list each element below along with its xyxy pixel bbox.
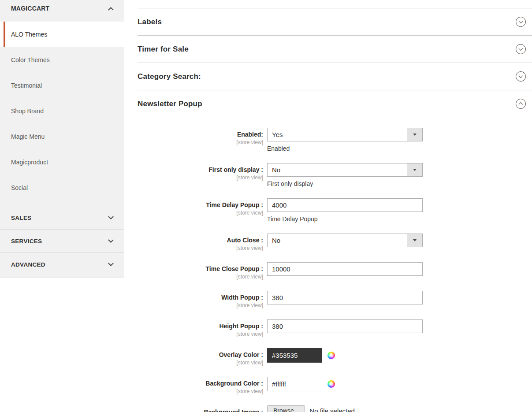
scope-label: [store view]	[138, 210, 263, 216]
sidebar-item-list: ALO Themes Color Themes Testimonial Shop…	[0, 17, 124, 206]
section-header-timer-for-sale[interactable]: Timer for Sale	[138, 35, 532, 63]
form-row-auto-close: Auto Close : [store view] No	[138, 234, 532, 251]
color-picker-icon[interactable]	[327, 380, 335, 388]
field-label: Enabled:	[138, 131, 263, 138]
nav-item-label: ALO Themes	[11, 31, 47, 38]
sidebar-section-label: MAGICCART	[11, 5, 49, 12]
sidebar-item-social[interactable]: Social	[0, 175, 124, 200]
field-label: Height Popup :	[138, 323, 263, 330]
auto-close-select[interactable]: No	[267, 234, 423, 247]
field-note: First only display	[267, 180, 423, 187]
section-title: Labels	[138, 18, 162, 26]
caret-down-icon	[413, 134, 417, 136]
form-row-overlay-color: Overlay Color : [store view]	[138, 348, 532, 366]
scope-label: [store view]	[138, 360, 263, 366]
sidebar-section-advanced[interactable]: ADVANCED	[0, 252, 124, 276]
field-label: Width Popup :	[138, 294, 263, 301]
background-color-input[interactable]	[267, 377, 322, 391]
section-title: Newsletter Popup	[138, 100, 202, 108]
sidebar-section-services[interactable]: SERVICES	[0, 229, 124, 252]
sidebar-item-color-themes[interactable]: Color Themes	[0, 47, 124, 73]
time-delay-popup-input[interactable]	[267, 198, 423, 212]
enabled-select[interactable]: Yes	[267, 128, 423, 141]
field-label: Auto Close :	[138, 237, 263, 244]
sidebar-item-shop-brand[interactable]: Shop Brand	[0, 98, 124, 124]
nav-item-label: Magic Menu	[11, 133, 45, 140]
select-dropdown-button[interactable]	[407, 163, 422, 176]
nav-item-label: Social	[11, 184, 28, 191]
caret-down-icon	[413, 169, 417, 171]
nav-item-label: Testimonial	[11, 82, 42, 89]
form-row-background-image: Background Image : [store view] Browse..…	[138, 405, 532, 412]
field-note: Enabled	[267, 145, 423, 152]
browse-button[interactable]: Browse...	[267, 405, 305, 412]
section-title: Timer for Sale	[138, 45, 189, 54]
scope-label: [store view]	[138, 139, 263, 145]
section-header-newsletter-popup[interactable]: Newsletter Popup	[138, 90, 532, 117]
chevron-up-icon	[108, 7, 114, 12]
select-dropdown-button[interactable]	[407, 234, 422, 247]
field-label: First only display :	[138, 166, 263, 174]
sidebar-section-magiccart[interactable]: MAGICCART	[0, 0, 124, 17]
nav-item-label: Color Themes	[11, 56, 50, 63]
caret-down-icon	[413, 239, 417, 241]
form-row-width-popup: Width Popup : [store view]	[138, 291, 532, 308]
sidebar-item-magicproduct[interactable]: Magicproduct	[0, 149, 124, 175]
select-value: No	[268, 163, 407, 176]
field-label: Time Delay Popup :	[138, 201, 263, 209]
config-nav-sidebar: MAGICCART ALO Themes Color Themes Testim…	[0, 0, 124, 278]
scope-label: [store view]	[138, 331, 263, 337]
field-note: Time Delay Popup	[267, 215, 423, 223]
chevron-down-icon	[108, 214, 114, 219]
sidebar-section-label: SALES	[11, 215, 32, 221]
nav-item-label: Magicproduct	[11, 159, 48, 166]
section-title: Category Search:	[138, 72, 201, 81]
config-content: Labels Timer for Sale Category Search: N…	[124, 0, 532, 412]
sidebar-item-alo-themes[interactable]: ALO Themes	[0, 22, 124, 47]
form-row-time-delay-popup: Time Delay Popup : [store view] Time Del…	[138, 198, 532, 223]
chevron-down-icon	[108, 260, 114, 266]
overlay-color-input[interactable]	[267, 348, 322, 363]
scope-label: [store view]	[138, 274, 263, 280]
width-popup-input[interactable]	[267, 291, 423, 304]
sidebar-item-testimonial[interactable]: Testimonial	[0, 73, 124, 98]
section-header-labels[interactable]: Labels	[138, 8, 532, 35]
collapse-toggle-icon	[516, 99, 526, 109]
field-label: Background Color :	[138, 380, 263, 387]
newsletter-popup-form: Enabled: [store view] Yes Enabled First …	[138, 117, 532, 412]
form-row-time-close-popup: Time Close Popup : [store view]	[138, 262, 532, 280]
scope-label: [store view]	[138, 174, 263, 181]
form-row-background-color: Background Color : [store view]	[138, 377, 532, 394]
section-header-category-search[interactable]: Category Search:	[138, 63, 532, 90]
form-row-height-popup: Height Popup : [store view]	[138, 319, 532, 337]
sidebar-section-sales[interactable]: SALES	[0, 206, 124, 229]
field-label: Background Image :	[138, 408, 263, 412]
time-close-popup-input[interactable]	[267, 262, 423, 276]
sidebar-section-label: ADVANCED	[11, 261, 45, 268]
color-picker-icon[interactable]	[327, 352, 335, 359]
field-label: Overlay Color :	[138, 351, 263, 359]
scope-label: [store view]	[138, 302, 263, 308]
first-only-display-select[interactable]: No	[267, 163, 423, 177]
select-value: Yes	[268, 128, 407, 141]
field-label: Time Close Popup :	[138, 265, 263, 273]
scope-label: [store view]	[138, 388, 263, 394]
collapse-toggle-icon	[516, 17, 526, 27]
select-value: No	[268, 234, 407, 247]
file-status-text: No file selected.	[309, 407, 357, 412]
collapse-toggle-icon	[516, 71, 526, 82]
sidebar-item-magic-menu[interactable]: Magic Menu	[0, 124, 124, 149]
form-row-enabled: Enabled: [store view] Yes Enabled	[138, 128, 532, 152]
collapse-toggle-icon	[516, 44, 526, 54]
height-popup-input[interactable]	[267, 319, 423, 333]
sidebar-section-label: SERVICES	[11, 238, 42, 245]
select-dropdown-button[interactable]	[407, 128, 422, 141]
chevron-down-icon	[108, 237, 114, 243]
nav-item-label: Shop Brand	[11, 108, 44, 115]
form-row-first-only-display: First only display : [store view] No Fir…	[138, 163, 532, 187]
scope-label: [store view]	[138, 245, 263, 251]
